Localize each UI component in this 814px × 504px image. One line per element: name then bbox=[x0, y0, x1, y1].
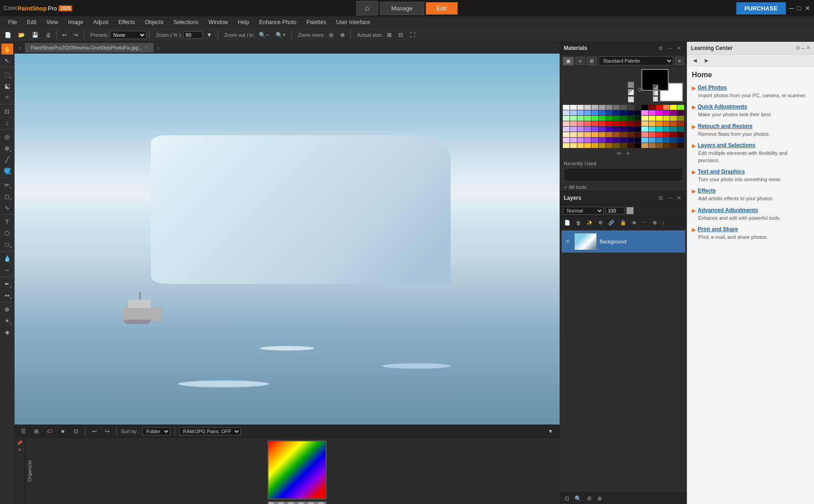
org-filter-btn[interactable]: ⊡ bbox=[71, 427, 81, 436]
opacity-input[interactable] bbox=[606, 207, 625, 214]
swatch[interactable] bbox=[635, 105, 641, 110]
maximize-button[interactable]: □ bbox=[798, 5, 801, 12]
layers-close-btn[interactable]: ✕ bbox=[675, 194, 683, 202]
swatch[interactable] bbox=[656, 132, 663, 137]
swatch[interactable] bbox=[663, 110, 670, 115]
menu-window[interactable]: Window bbox=[204, 18, 233, 27]
swatch[interactable] bbox=[635, 127, 641, 132]
lc-section-header-4[interactable]: ▶ Text and Graphics bbox=[692, 168, 809, 175]
lc-section-header-6[interactable]: ▶ Advanced Adjustments bbox=[692, 207, 809, 214]
swatch[interactable] bbox=[613, 116, 620, 121]
swatch[interactable] bbox=[599, 138, 606, 143]
lc-section-title-6[interactable]: Advanced Adjustments bbox=[698, 207, 758, 213]
swatch[interactable] bbox=[677, 105, 684, 110]
swatch[interactable] bbox=[635, 138, 641, 143]
swatch[interactable] bbox=[591, 138, 598, 143]
lc-section-header-1[interactable]: ▶ Quick Adjustments bbox=[692, 104, 809, 110]
layer-settings-btn[interactable]: ⚙ bbox=[596, 218, 605, 227]
swatch[interactable] bbox=[663, 121, 670, 126]
lc-undock-btn[interactable]: ⧉ bbox=[796, 45, 800, 51]
swatch[interactable] bbox=[606, 105, 613, 110]
swatch[interactable] bbox=[606, 132, 613, 137]
close-button[interactable]: ✕ bbox=[805, 5, 810, 12]
extra-tool[interactable]: ◈ bbox=[1, 326, 13, 337]
swatch[interactable] bbox=[577, 127, 584, 132]
lc-section-title-4[interactable]: Text and Graphics bbox=[698, 168, 745, 175]
swatch[interactable] bbox=[620, 121, 627, 126]
lc-section-title-2[interactable]: Retouch and Restore bbox=[698, 123, 753, 129]
swatch[interactable] bbox=[620, 105, 627, 110]
blend-mode-select[interactable]: Normal Multiply Screen Overlay bbox=[563, 207, 604, 215]
swatch[interactable] bbox=[584, 121, 591, 126]
swatch[interactable] bbox=[641, 132, 648, 137]
swatch[interactable] bbox=[577, 110, 584, 115]
swatch[interactable] bbox=[649, 138, 655, 143]
swatch[interactable] bbox=[677, 143, 684, 148]
org-star-btn[interactable]: ★ bbox=[58, 427, 68, 436]
delete-layer-btn[interactable]: 🗑 bbox=[574, 219, 583, 227]
swatch[interactable] bbox=[649, 132, 655, 137]
magic-wand-tool[interactable]: ✧ bbox=[1, 92, 13, 103]
swatch[interactable] bbox=[606, 110, 613, 115]
swatch[interactable] bbox=[677, 127, 684, 132]
actual-size-btn[interactable]: ⊞ bbox=[384, 30, 394, 40]
swatch[interactable] bbox=[627, 121, 634, 126]
swatch[interactable] bbox=[563, 132, 570, 137]
org-close-side-btn[interactable]: ✕ bbox=[17, 446, 22, 453]
red-eye-tool[interactable]: ◎ bbox=[1, 131, 13, 142]
layer-move-up-btn[interactable]: ↑ bbox=[660, 219, 667, 227]
layer-lock-btn[interactable]: 🔒 bbox=[618, 218, 629, 227]
add-swatch-btn[interactable]: + bbox=[626, 149, 630, 158]
swatch[interactable] bbox=[563, 127, 570, 132]
swatch[interactable] bbox=[670, 110, 677, 115]
swatch[interactable] bbox=[599, 132, 606, 137]
swatch[interactable] bbox=[641, 121, 648, 126]
zoom-more-in-btn[interactable]: ⊕ bbox=[338, 30, 347, 40]
brush-tool[interactable]: ✏▼ bbox=[1, 179, 13, 190]
swatch[interactable] bbox=[563, 116, 570, 121]
swatch[interactable] bbox=[584, 105, 591, 110]
lc-section-title-1[interactable]: Quick Adjustments bbox=[698, 104, 747, 110]
swatch[interactable] bbox=[570, 105, 577, 110]
swatch[interactable] bbox=[599, 127, 606, 132]
swatch[interactable] bbox=[591, 121, 598, 126]
swatch[interactable] bbox=[613, 127, 620, 132]
swatch[interactable] bbox=[656, 127, 663, 132]
layers-undock-btn[interactable]: ⧉ bbox=[657, 194, 665, 202]
menu-objects[interactable]: Objects bbox=[140, 18, 168, 27]
menu-ui[interactable]: User Interface bbox=[332, 18, 375, 27]
swatch[interactable] bbox=[677, 116, 684, 121]
swatch[interactable] bbox=[613, 105, 620, 110]
pen-tool[interactable]: ✒▼ bbox=[1, 278, 13, 289]
layer-effects-btn[interactable]: ✨ bbox=[584, 218, 595, 227]
swatch[interactable] bbox=[577, 105, 584, 110]
all-tools-btn[interactable]: ✓ All tools bbox=[564, 184, 586, 190]
measure-tool[interactable]: ↔ bbox=[1, 264, 13, 275]
swatch[interactable] bbox=[620, 138, 627, 143]
swatch[interactable] bbox=[656, 121, 663, 126]
lc-section-title-5[interactable]: Effects bbox=[698, 188, 716, 194]
swatch[interactable] bbox=[613, 121, 620, 126]
lc-close-btn[interactable]: ✕ bbox=[806, 45, 810, 51]
zoom-dropdown-btn[interactable]: ▼ bbox=[204, 30, 215, 40]
dodge-burn-tool[interactable]: ☀▼ bbox=[1, 315, 13, 326]
transparent-swatch[interactable] bbox=[628, 96, 634, 103]
swatch[interactable] bbox=[606, 127, 613, 132]
swatch[interactable] bbox=[563, 121, 570, 126]
org-undo-btn[interactable]: ↩ bbox=[89, 427, 99, 436]
swatch[interactable] bbox=[563, 143, 570, 148]
swatch[interactable] bbox=[663, 105, 670, 110]
lc-minimize-btn[interactable]: ─ bbox=[801, 45, 805, 51]
swatch[interactable] bbox=[606, 138, 613, 143]
presets-select[interactable]: None bbox=[110, 31, 146, 39]
crop-tool[interactable]: ⊡ bbox=[1, 106, 13, 117]
clone-tool[interactable]: ⊕▼ bbox=[1, 143, 13, 153]
org-color-btn[interactable]: 🏷 bbox=[44, 427, 55, 436]
swatch[interactable] bbox=[649, 105, 655, 110]
swatch[interactable] bbox=[635, 121, 641, 126]
layer-merge-btn[interactable]: ⊕ bbox=[650, 218, 659, 227]
menu-palettes[interactable]: Palettes bbox=[302, 18, 331, 27]
fit-window-btn[interactable]: ⊡ bbox=[396, 30, 406, 40]
lc-forward-btn[interactable]: ► bbox=[702, 56, 712, 65]
edit-tab[interactable]: Edit bbox=[426, 2, 457, 15]
